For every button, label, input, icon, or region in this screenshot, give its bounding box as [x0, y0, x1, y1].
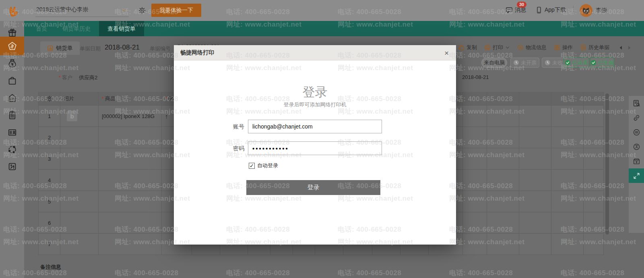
table-cell[interactable]: 1	[38, 106, 60, 127]
table-cell[interactable]	[487, 127, 519, 148]
rail-balance[interactable]	[629, 125, 644, 139]
table-cell[interactable]	[584, 170, 604, 191]
login-button[interactable]: 登录	[246, 180, 380, 195]
vertical-scrollbar[interactable]	[605, 93, 609, 234]
sidebar-item-network[interactable]	[0, 141, 24, 158]
sidebar-item-new-doc[interactable]	[0, 158, 24, 175]
table-cell[interactable]	[551, 191, 584, 212]
customer-value[interactable]: 供应商2	[79, 74, 97, 81]
table-cell[interactable]: 7	[38, 234, 60, 255]
table-cell[interactable]	[463, 127, 487, 148]
table-cell[interactable]	[60, 234, 99, 255]
table-cell[interactable]	[463, 170, 487, 191]
caret-right-icon[interactable]	[627, 45, 632, 50]
actions-button[interactable]: 操作	[554, 44, 573, 51]
logistics-button[interactable]: 物流信息	[517, 44, 547, 51]
table-cell[interactable]	[487, 234, 519, 255]
table-cell[interactable]	[487, 106, 519, 127]
table-cell[interactable]	[584, 106, 604, 127]
gear-icon[interactable]	[138, 7, 146, 14]
table-cell[interactable]	[99, 148, 162, 170]
rail-expand[interactable]	[629, 168, 644, 183]
table-cell[interactable]	[584, 212, 604, 234]
copy-button[interactable]: 复制	[458, 44, 477, 51]
table-cell[interactable]	[463, 234, 487, 255]
table-cell[interactable]	[99, 212, 162, 234]
table-cell[interactable]	[99, 170, 162, 191]
table-cell[interactable]	[463, 191, 487, 212]
auto-login-checkbox-row[interactable]: ✓ 自动登录	[249, 162, 278, 169]
table-cell[interactable]	[60, 170, 99, 191]
rail-cash-box[interactable]	[629, 154, 644, 168]
table-cell[interactable]	[551, 127, 584, 148]
password-input[interactable]	[248, 141, 382, 155]
table-cell[interactable]	[60, 148, 99, 170]
tab-view-sales-order[interactable]: 查看销货单	[99, 21, 144, 36]
table-cell[interactable]	[584, 127, 604, 148]
close-icon[interactable]: ×	[442, 48, 451, 58]
table-cell[interactable]	[463, 212, 487, 234]
table-cell[interactable]	[99, 127, 162, 148]
table-cell[interactable]	[519, 212, 551, 234]
table-cell[interactable]	[551, 106, 584, 127]
table-cell[interactable]: 6	[38, 212, 60, 234]
table-cell[interactable]	[99, 234, 162, 255]
table-cell[interactable]: [000002] IponeX 128G	[99, 106, 162, 127]
app-download-button[interactable]: App下载	[535, 6, 566, 14]
table-cell[interactable]	[487, 191, 519, 212]
table-cell[interactable]	[487, 148, 519, 170]
table-cell[interactable]	[487, 212, 519, 234]
sidebar-item-contacts[interactable]	[0, 123, 24, 141]
print-button[interactable]: 打印	[484, 44, 510, 51]
table-cell[interactable]	[584, 191, 604, 212]
date-value[interactable]: 2018-08-21	[105, 44, 140, 52]
table-cell[interactable]: b	[60, 106, 99, 127]
sidebar-item-sales[interactable]	[0, 37, 24, 55]
table-cell[interactable]	[551, 170, 584, 191]
org-selector[interactable]: 2018云运营中心李崇	[36, 6, 88, 13]
table-cell[interactable]	[60, 212, 99, 234]
sidebar-item-warehouse[interactable]	[0, 89, 24, 106]
sidebar-item-money[interactable]	[0, 54, 24, 72]
tab-home[interactable]: 首页	[28, 21, 55, 36]
chevron-down-icon[interactable]	[121, 7, 127, 13]
column-header: 图片	[60, 92, 99, 106]
table-cell[interactable]	[519, 127, 551, 148]
username[interactable]: 李崇	[596, 7, 607, 14]
table-cell[interactable]	[60, 127, 99, 148]
doc-type-tab[interactable]: 销货单	[40, 41, 80, 55]
circle-owe-icon	[633, 143, 640, 151]
table-cell[interactable]	[519, 170, 551, 191]
table-cell[interactable]	[519, 106, 551, 127]
rail-owed[interactable]	[629, 139, 644, 154]
table-cell[interactable]: 2	[38, 127, 60, 148]
table-cell[interactable]	[551, 212, 584, 234]
table-cell[interactable]	[584, 148, 604, 170]
avatar[interactable]	[580, 4, 592, 17]
table-cell[interactable]	[519, 234, 551, 255]
history-button[interactable]: 历史单据	[580, 44, 609, 51]
account-input[interactable]	[248, 120, 382, 133]
caret-left-icon[interactable]	[618, 45, 623, 50]
table-cell[interactable]: 3	[38, 148, 60, 170]
experience-button[interactable]: 我要体验一下	[151, 4, 201, 17]
table-cell[interactable]	[519, 191, 551, 212]
checkbox-checked-icon[interactable]: ✓	[249, 163, 255, 169]
table-cell[interactable]	[584, 234, 604, 255]
table-cell[interactable]	[463, 106, 487, 127]
table-cell[interactable]	[519, 148, 551, 170]
table-cell[interactable]	[551, 148, 584, 170]
sidebar-item-inventory[interactable]	[0, 106, 24, 124]
rail-doc-search[interactable]	[629, 96, 644, 110]
table-cell[interactable]: 4	[38, 170, 60, 191]
column-settings-cell[interactable]	[38, 92, 60, 106]
table-cell[interactable]	[463, 148, 487, 170]
table-cell[interactable]	[99, 191, 162, 212]
tab-sales-history[interactable]: 销货单历史	[56, 21, 97, 36]
table-cell[interactable]: 5	[38, 191, 60, 212]
rail-link[interactable]	[629, 110, 644, 125]
sidebar-item-purchase[interactable]	[0, 71, 24, 89]
table-cell[interactable]	[551, 234, 584, 255]
table-cell[interactable]	[60, 191, 99, 212]
table-cell[interactable]	[487, 170, 519, 191]
